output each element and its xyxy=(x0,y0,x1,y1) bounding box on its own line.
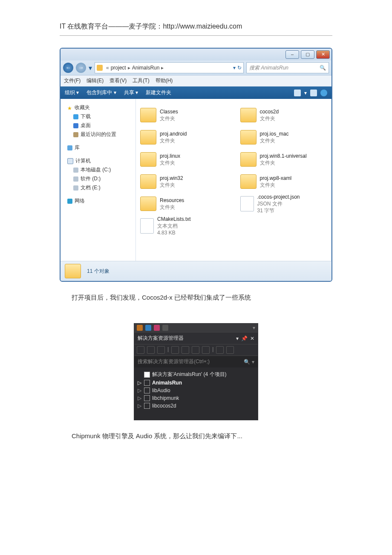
toolbar-organize[interactable]: 组织 ▾ xyxy=(65,89,79,96)
vs-solution-node[interactable]: 解决方案'AnimalsRun' (4 个项目) xyxy=(136,370,256,379)
vs-search-input[interactable]: 搜索解决方案资源管理器(Ctrl+;) 🔍 ▾ xyxy=(134,356,258,367)
file-type: 文件夹 xyxy=(260,182,292,188)
nav-forward-button[interactable]: → xyxy=(76,63,86,73)
file-type: 文件夹 xyxy=(160,159,180,166)
vs-tree: 解决方案'AnimalsRun' (4 个项目) ▷ AnimalsRun ▷ … xyxy=(134,367,258,420)
vs-tool-refresh[interactable] xyxy=(182,346,189,354)
sidebar-item-drive-e[interactable]: 文档 (E:) xyxy=(64,183,132,192)
folder-icon xyxy=(140,174,156,189)
file-item[interactable]: proj.win8.1-universal文件夹 xyxy=(240,148,328,171)
nav-history-dropdown-icon[interactable]: ▾ xyxy=(89,64,92,72)
file-item[interactable]: proj.android文件夹 xyxy=(140,126,228,148)
file-item[interactable]: .cocos-project.jsonJSON 文件31 字节 xyxy=(240,193,328,215)
nav-back-button[interactable]: ← xyxy=(63,63,73,73)
breadcrumb-animalsrun[interactable]: AnimalsRun xyxy=(132,65,160,71)
vs-project-node[interactable]: ▷ libchipmunk xyxy=(136,394,256,402)
paragraph-1: 打开项目后，我们发现，Cocos2d-x 已经帮我们集成了一些系统 xyxy=(72,294,332,302)
file-name: CMakeLists.txt xyxy=(157,216,191,223)
file-size: 4.83 KB xyxy=(157,229,191,236)
paragraph-2: Chipmunk 物理引擎及 Audio 系统，那么让我们先来编译下... xyxy=(72,432,332,440)
file-item[interactable]: Resources文件夹 xyxy=(140,193,228,215)
menu-edit[interactable]: 编辑(E) xyxy=(86,77,104,84)
vs-project-node[interactable]: ▷ libcocos2d xyxy=(136,402,256,410)
vs-tab-icon[interactable] xyxy=(137,325,143,331)
folder-icon xyxy=(65,264,81,278)
home-icon[interactable] xyxy=(157,346,165,354)
breadcrumb-project[interactable]: project xyxy=(111,65,126,71)
sidebar-item-label: 网络 xyxy=(75,197,85,205)
sidebar-item-label: 最近访问的位置 xyxy=(81,131,116,138)
breadcrumb-overflow: « xyxy=(104,65,111,71)
sidebar-libraries[interactable]: 库 xyxy=(64,143,132,152)
view-mode-icon[interactable] xyxy=(294,90,301,96)
chevron-right-icon: ▸ xyxy=(126,65,132,71)
sidebar-computer[interactable]: 计算机 xyxy=(64,156,132,165)
vs-tool-collapse[interactable] xyxy=(192,346,199,354)
menu-view[interactable]: 查看(V) xyxy=(110,77,127,84)
file-item[interactable]: CMakeLists.txt文本文档4.83 KB xyxy=(140,215,228,237)
vs-tool-back[interactable] xyxy=(137,346,144,354)
vs-tab-icon[interactable] xyxy=(162,325,168,331)
vs-tool-forward[interactable] xyxy=(147,346,155,354)
vs-project-node[interactable]: ▷ AnimalsRun xyxy=(136,379,256,387)
sidebar-item-desktop[interactable]: 桌面 xyxy=(64,121,132,130)
vs-tab-icon[interactable] xyxy=(145,325,151,331)
vs-project-label: AnimalsRun xyxy=(152,380,182,386)
file-type: 文件夹 xyxy=(160,204,184,211)
file-item[interactable]: proj.ios_mac文件夹 xyxy=(240,126,328,148)
breadcrumb[interactable]: « project ▸ AnimalsRun ▸ ▾ ↻ xyxy=(95,62,244,73)
wrench-icon[interactable] xyxy=(216,346,224,354)
dropdown-icon[interactable]: ▾ xyxy=(236,335,239,341)
chevron-right-icon: ▸ xyxy=(159,65,165,71)
folder-icon xyxy=(240,108,257,122)
vs-project-label: libchipmunk xyxy=(152,395,179,401)
download-icon xyxy=(73,114,78,119)
sidebar-item-label: 库 xyxy=(75,144,80,151)
toolbar-include[interactable]: 包含到库中 ▾ xyxy=(86,89,116,96)
sidebar-network[interactable]: 网络 xyxy=(64,197,132,205)
file-item[interactable]: cocos2d文件夹 xyxy=(240,104,328,126)
sidebar-item-downloads[interactable]: 下载 xyxy=(64,112,132,121)
folder-icon xyxy=(240,174,257,189)
vs-project-node[interactable]: ▷ libAudio xyxy=(136,387,256,394)
toolbar-share[interactable]: 共享 ▾ xyxy=(124,89,138,96)
file-item[interactable]: proj.win32文件夹 xyxy=(140,171,228,193)
vs-tool-showall[interactable] xyxy=(202,346,210,354)
sidebar-item-label: 本地磁盘 (C:) xyxy=(81,166,111,173)
preview-pane-icon[interactable] xyxy=(310,90,317,96)
file-item[interactable]: proj.linux文件夹 xyxy=(140,148,228,171)
explorer-window: – ▢ ✕ ← → ▾ « project ▸ AnimalsRun ▸ ▾ ↻… xyxy=(60,48,332,282)
window-minimize-button[interactable]: – xyxy=(285,50,299,59)
menu-help[interactable]: 帮助(H) xyxy=(156,77,173,84)
close-icon[interactable]: ✕ xyxy=(250,335,254,341)
sidebar-item-drive-d[interactable]: 软件 (D:) xyxy=(64,174,132,183)
file-item[interactable]: proj.wp8-xaml文件夹 xyxy=(240,171,328,193)
vs-tool-sync[interactable] xyxy=(171,346,179,354)
search-icon: 🔍 xyxy=(320,65,326,71)
sidebar: ★收藏夹 下载 桌面 最近访问的位置 库 计算机 本地磁盘 (C:) 软件 (D… xyxy=(61,99,136,261)
document-icon xyxy=(240,196,254,211)
window-close-button[interactable]: ✕ xyxy=(316,50,330,59)
vs-tool-more[interactable] xyxy=(226,346,234,354)
vs-tab-icon[interactable] xyxy=(154,325,160,331)
folder-icon xyxy=(240,130,257,145)
toolbar-newfolder[interactable]: 新建文件夹 xyxy=(146,89,171,96)
vs-solution-label: 解决方案'AnimalsRun' (4 个项目) xyxy=(152,371,227,378)
file-type: 文本文档 xyxy=(157,223,191,229)
solution-icon xyxy=(144,372,150,378)
star-icon: ★ xyxy=(67,105,72,110)
menu-tools[interactable]: 工具(T) xyxy=(133,77,149,84)
sidebar-item-recent[interactable]: 最近访问的位置 xyxy=(64,130,132,139)
drive-icon xyxy=(73,176,78,182)
chevron-right-icon: ▷ xyxy=(138,403,142,409)
help-icon[interactable] xyxy=(320,90,327,96)
sidebar-favorites[interactable]: ★收藏夹 xyxy=(64,103,132,112)
refresh-icon[interactable]: ↻ xyxy=(237,65,242,71)
sidebar-item-drive-c[interactable]: 本地磁盘 (C:) xyxy=(64,165,132,174)
window-titlebar: – ▢ ✕ xyxy=(61,49,331,61)
pin-icon[interactable]: 📌 xyxy=(241,335,248,341)
search-input[interactable]: 搜索 AnimalsRun 🔍 xyxy=(246,62,329,73)
file-item[interactable]: Classes文件夹 xyxy=(140,104,228,126)
window-maximize-button[interactable]: ▢ xyxy=(301,50,314,59)
menu-file[interactable]: 文件(F) xyxy=(64,77,81,84)
